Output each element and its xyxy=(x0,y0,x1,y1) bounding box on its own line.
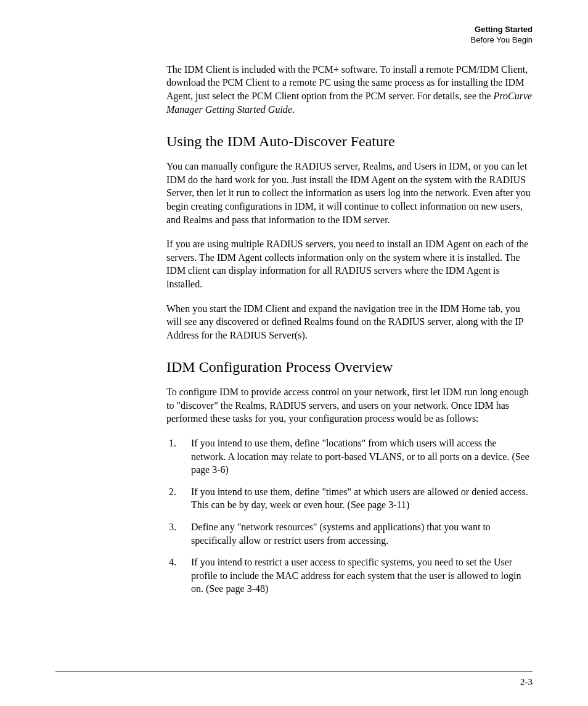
section-heading-auto-discover: Using the IDM Auto-Discover Feature xyxy=(166,133,533,150)
section1-p1: You can manually configure the RADIUS se… xyxy=(166,160,533,226)
config-steps-list: If you intend to use them, define "locat… xyxy=(166,437,533,596)
header-title: Getting Started xyxy=(166,25,533,35)
list-item: Define any "network resources" (systems … xyxy=(166,520,533,547)
header-subtitle: Before You Begin xyxy=(166,35,533,46)
footer-rule xyxy=(55,671,533,671)
page-header: Getting Started Before You Begin xyxy=(166,25,533,46)
section-heading-config-overview: IDM Configuration Process Overview xyxy=(166,359,533,376)
intro-text-post: . xyxy=(292,104,295,115)
section1-p3: When you start the IDM Client and expand… xyxy=(166,302,533,342)
document-page: Getting Started Before You Begin The IDM… xyxy=(0,0,588,706)
intro-text-pre: The IDM Client is included with the PCM+… xyxy=(166,64,528,101)
list-item: If you intend to restrict a user access … xyxy=(166,556,533,596)
list-item: If you intend to use them, define "locat… xyxy=(166,437,533,477)
section2-intro: To configure IDM to provide access contr… xyxy=(166,385,533,425)
list-item: If you intend to use them, define "times… xyxy=(166,485,533,512)
intro-paragraph: The IDM Client is included with the PCM+… xyxy=(166,63,533,116)
section1-p2: If you are using multiple RADIUS servers… xyxy=(166,237,533,290)
page-number: 2-3 xyxy=(520,677,533,688)
